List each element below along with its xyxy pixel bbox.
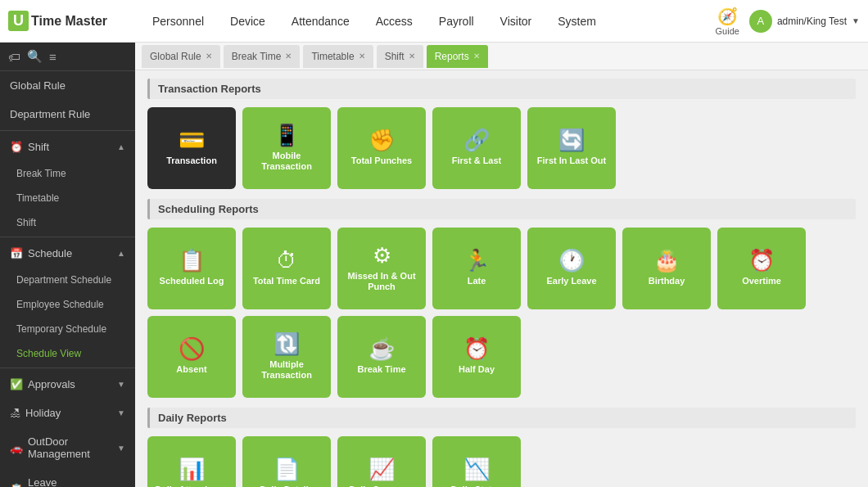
shift-chevron-icon: ▲ bbox=[117, 142, 125, 151]
card-transaction[interactable]: 💳 Transaction bbox=[147, 107, 236, 189]
card-multiple-transaction-label: Multiple Transaction bbox=[249, 359, 324, 381]
tab-global-rule-close[interactable]: ✕ bbox=[206, 52, 212, 61]
sidebar-item-break-time[interactable]: Break Time bbox=[0, 161, 135, 186]
card-daily-attendance[interactable]: 📊 Daily Attendance bbox=[147, 436, 236, 487]
sidebar-item-shift[interactable]: Shift bbox=[0, 210, 135, 235]
tab-timetable-close[interactable]: ✕ bbox=[359, 52, 365, 61]
card-missed-in-out-punch[interactable]: ⚙ Missed In & Out Punch bbox=[337, 228, 426, 309]
tab-reports[interactable]: Reports ✕ bbox=[427, 45, 488, 68]
tag-icon[interactable]: 🏷 bbox=[8, 50, 20, 64]
sidebar-section-approvals[interactable]: ✅ Approvals ▼ bbox=[0, 370, 135, 399]
card-multiple-transaction[interactable]: 🔃 Multiple Transaction bbox=[242, 316, 331, 398]
tab-timetable[interactable]: Timetable ✕ bbox=[303, 45, 373, 68]
scheduling-reports-title: Scheduling Reports bbox=[158, 203, 259, 215]
sidebar-section-holiday[interactable]: 🏖 Holiday ▼ bbox=[0, 399, 135, 427]
tab-break-time-close[interactable]: ✕ bbox=[285, 52, 292, 61]
card-absent[interactable]: 🚫 Absent bbox=[147, 316, 236, 398]
sidebar-top-icons: 🏷 🔍 ≡ bbox=[0, 43, 135, 71]
chevron-down-icon: ▼ bbox=[852, 16, 860, 25]
card-daily-summary[interactable]: 📈 Daily Summary bbox=[337, 436, 426, 487]
sidebar-section-outdoor[interactable]: 🚗 OutDoor Management ▼ bbox=[0, 427, 135, 468]
sidebar-item-temporary-schedule[interactable]: Temporary Schedule bbox=[0, 317, 135, 341]
content-area: Global Rule ✕ Break Time ✕ Timetable ✕ S… bbox=[135, 43, 868, 487]
card-absent-label: Absent bbox=[176, 364, 206, 375]
sidebar-section-shift-icon: ⏰ bbox=[10, 141, 23, 153]
list-icon[interactable]: ≡ bbox=[49, 50, 57, 64]
card-break-time[interactable]: ☕ Break Time bbox=[337, 316, 426, 398]
user-info[interactable]: A admin/King Test ▼ bbox=[749, 10, 860, 33]
search-icon[interactable]: 🔍 bbox=[27, 49, 43, 64]
card-break-time-label: Break Time bbox=[357, 364, 405, 375]
sidebar-section-schedule-label: Schedule bbox=[28, 247, 117, 259]
sidebar-item-department-schedule[interactable]: Department Schedule bbox=[0, 268, 135, 292]
sidebar-section-leave-icon: 📋 bbox=[10, 483, 23, 488]
tab-shift-label: Shift bbox=[385, 51, 405, 62]
sidebar-section-leave[interactable]: 📋 Leave Management ▼ bbox=[0, 468, 135, 487]
guide-button[interactable]: 🧭 Guide bbox=[716, 7, 739, 36]
total-time-card-icon: ⏱ bbox=[276, 250, 297, 271]
nav-visitor[interactable]: Visitor bbox=[487, 0, 545, 43]
sidebar-section-global-rule[interactable]: Global Rule bbox=[0, 71, 135, 100]
schedule-chevron-icon: ▲ bbox=[117, 249, 125, 258]
card-late-label: Late bbox=[468, 276, 486, 286]
sidebar: 🏷 🔍 ≡ Global Rule Department Rule ⏰ Shif… bbox=[0, 43, 135, 487]
tab-break-time[interactable]: Break Time ✕ bbox=[224, 45, 301, 68]
card-half-day[interactable]: ⏰ Half Day bbox=[432, 316, 521, 398]
nav-payroll[interactable]: Payroll bbox=[426, 0, 487, 43]
daily-reports-grid: 📊 Daily Attendance 📄 Daily Details 📈 Dai… bbox=[147, 436, 856, 487]
card-mobile-transaction[interactable]: 📱 Mobile Transaction bbox=[242, 107, 331, 189]
absent-icon: 🚫 bbox=[179, 338, 205, 359]
sidebar-item-employee-schedule[interactable]: Employee Schedule bbox=[0, 292, 135, 317]
sidebar-section-department-rule[interactable]: Department Rule bbox=[0, 100, 135, 129]
multiple-transaction-icon: 🔃 bbox=[274, 333, 300, 354]
nav-access[interactable]: Access bbox=[363, 0, 426, 43]
missed-punch-icon: ⚙ bbox=[373, 245, 391, 266]
daily-status-icon: 📉 bbox=[463, 458, 490, 480]
sidebar-section-shift[interactable]: ⏰ Shift ▲ bbox=[0, 133, 135, 161]
tab-global-rule[interactable]: Global Rule ✕ bbox=[142, 45, 220, 68]
card-early-leave[interactable]: 🕐 Early Leave bbox=[527, 228, 616, 309]
nav-personnel[interactable]: Personnel bbox=[139, 0, 217, 43]
sidebar-section-schedule[interactable]: 📅 Schedule ▲ bbox=[0, 239, 135, 268]
tab-shift-close[interactable]: ✕ bbox=[409, 52, 415, 61]
card-overtime[interactable]: ⏰ Overtime bbox=[717, 228, 806, 309]
card-daily-details[interactable]: 📄 Daily Details bbox=[242, 436, 331, 487]
main-layout: 🏷 🔍 ≡ Global Rule Department Rule ⏰ Shif… bbox=[0, 43, 868, 487]
late-icon: 🏃 bbox=[463, 250, 490, 271]
card-first-last[interactable]: 🔗 First & Last bbox=[432, 107, 521, 189]
divider-2 bbox=[0, 237, 135, 237]
card-first-last-label: First & Last bbox=[452, 156, 502, 166]
card-birthday-label: Birthday bbox=[649, 276, 685, 286]
card-half-day-label: Half Day bbox=[459, 364, 495, 375]
daily-reports-header: Daily Reports bbox=[147, 408, 856, 428]
card-late[interactable]: 🏃 Late bbox=[432, 228, 521, 309]
tab-reports-label: Reports bbox=[435, 51, 469, 62]
card-first-in-last-out[interactable]: 🔄 First In Last Out bbox=[527, 107, 616, 189]
card-daily-status[interactable]: 📉 Daily Status bbox=[432, 436, 521, 487]
logo[interactable]: U Time Master bbox=[8, 11, 123, 31]
sidebar-item-schedule-view[interactable]: Schedule View bbox=[0, 341, 135, 366]
daily-attendance-icon: 📊 bbox=[179, 458, 205, 480]
nav-items: Personnel Device Attendance Access Payro… bbox=[139, 0, 716, 43]
nav-system[interactable]: System bbox=[545, 0, 609, 43]
transaction-reports-grid: 💳 Transaction 📱 Mobile Transaction ✊ Tot… bbox=[147, 107, 856, 189]
sidebar-item-timetable[interactable]: Timetable bbox=[0, 186, 135, 210]
card-mobile-transaction-label: Mobile Transaction bbox=[249, 151, 324, 172]
tab-reports-close[interactable]: ✕ bbox=[473, 52, 480, 61]
leave-chevron-icon: ▼ bbox=[117, 485, 125, 488]
guide-icon: 🧭 bbox=[717, 7, 738, 26]
mobile-transaction-icon: 📱 bbox=[274, 124, 300, 146]
card-scheduled-log[interactable]: 📋 Scheduled Log bbox=[147, 228, 236, 309]
tab-shift[interactable]: Shift ✕ bbox=[377, 45, 423, 68]
nav-device[interactable]: Device bbox=[217, 0, 278, 43]
card-transaction-label: Transaction bbox=[166, 156, 217, 166]
card-total-time-card[interactable]: ⏱ Total Time Card bbox=[242, 228, 331, 309]
nav-attendance[interactable]: Attendance bbox=[278, 0, 363, 43]
tab-break-time-label: Break Time bbox=[232, 51, 282, 62]
card-birthday[interactable]: 🎂 Birthday bbox=[622, 228, 711, 309]
first-last-icon: 🔗 bbox=[463, 129, 490, 151]
card-scheduled-log-label: Scheduled Log bbox=[160, 276, 224, 286]
scheduling-reports-header: Scheduling Reports bbox=[147, 199, 856, 219]
card-total-punches[interactable]: ✊ Total Punches bbox=[337, 107, 426, 189]
sidebar-section-department-rule-label: Department Rule bbox=[10, 108, 90, 120]
